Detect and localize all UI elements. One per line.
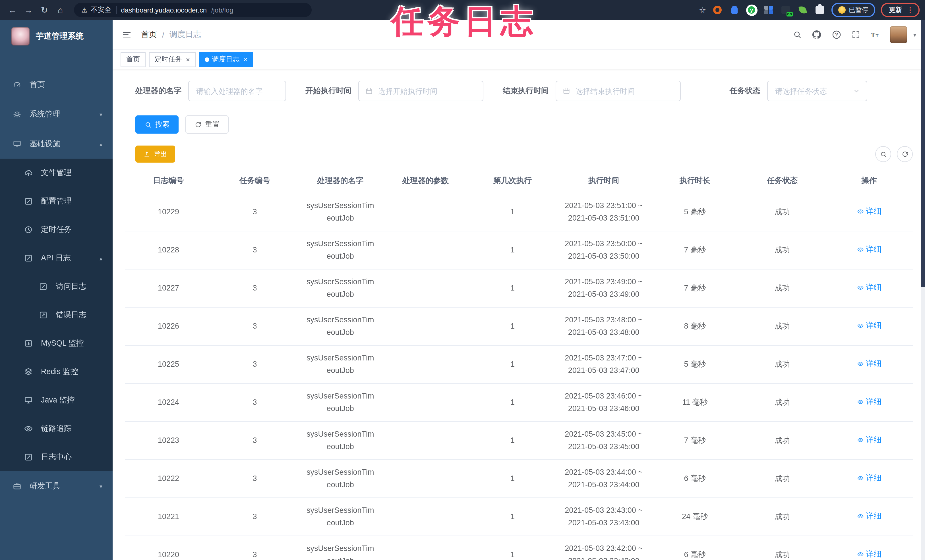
- sidebar-item-config-management[interactable]: 配置管理: [0, 187, 113, 215]
- scrollbar-thumb[interactable]: [921, 20, 925, 287]
- detail-link[interactable]: 详细: [857, 396, 881, 408]
- cell-handler: sysUserSessionTimeoutJob: [298, 307, 383, 345]
- start-time-input[interactable]: [377, 86, 476, 96]
- eye-icon: [857, 399, 863, 405]
- sidebar-item-error-logs[interactable]: 错误日志: [0, 301, 113, 329]
- security-badge[interactable]: ⚠ 不安全: [81, 5, 111, 15]
- sidebar-item-home[interactable]: 首页: [0, 70, 113, 99]
- app-window: 芋道管理系统 首页系统管理▾基础设施▴文件管理配置管理定时任务API 日志▴访问…: [0, 20, 925, 560]
- cell-exec-time: 2021-05-03 23:43:00 ~2021-05-03 23:43:00: [557, 498, 651, 536]
- end-time-input[interactable]: [574, 86, 674, 96]
- cell-status: 成功: [739, 384, 825, 422]
- cell-log-id: 10225: [125, 345, 212, 384]
- sidebar-item-system-management[interactable]: 系统管理▾: [0, 99, 113, 129]
- sidebar-item-tracing[interactable]: 链路追踪: [0, 414, 113, 443]
- eye-icon: [857, 437, 863, 443]
- hamburger-icon[interactable]: [122, 30, 132, 40]
- table-row: 102253sysUserSessionTimeoutJob12021-05-0…: [125, 345, 913, 384]
- sidebar-item-label: 定时任务: [41, 224, 72, 235]
- chevron-down-icon[interactable]: ▾: [913, 32, 916, 38]
- breadcrumb-separator: /: [162, 30, 164, 39]
- detail-link[interactable]: 详细: [857, 282, 881, 294]
- sidebar-item-java-monitor[interactable]: Java 监控: [0, 386, 113, 414]
- column-header: 执行时长: [650, 168, 739, 193]
- cell-handler: sysUserSessionTimeoutJob: [298, 345, 383, 384]
- user-avatar[interactable]: [890, 26, 907, 43]
- sidebar-item-mysql-monitor[interactable]: MySQL 监控: [0, 329, 113, 358]
- close-icon[interactable]: ×: [243, 56, 247, 63]
- paused-badge[interactable]: 已暂停: [831, 3, 875, 17]
- detail-link[interactable]: 详细: [857, 243, 881, 256]
- detail-link[interactable]: 详细: [857, 205, 881, 218]
- bulb-extension-icon[interactable]: [729, 4, 740, 16]
- sidebar-item-access-logs[interactable]: 访问日志: [0, 272, 113, 301]
- cell-param: [383, 345, 469, 384]
- detail-link[interactable]: 详细: [857, 358, 881, 370]
- url-host: dashboard.yudao.iocoder.cn: [121, 6, 207, 14]
- tab-job-log[interactable]: 调度日志×: [199, 52, 253, 67]
- cell-param: [383, 307, 469, 345]
- sidebar-item-label: 错误日志: [56, 310, 86, 320]
- close-icon[interactable]: ×: [186, 56, 190, 63]
- cell-param: [383, 460, 469, 498]
- reset-button[interactable]: 重置: [185, 115, 229, 134]
- cell-job-id: 3: [212, 307, 298, 345]
- sidebar-item-redis-monitor[interactable]: Redis 监控: [0, 358, 113, 386]
- refresh-table-button[interactable]: [897, 146, 913, 162]
- grid-extension-icon[interactable]: [763, 4, 774, 16]
- cell-log-id: 10222: [125, 460, 212, 498]
- cell-exec-time: 2021-05-03 23:42:00 ~2021-05-03 23:42:00: [557, 536, 651, 560]
- forward-button[interactable]: →: [22, 3, 35, 17]
- fullscreen-icon[interactable]: [851, 30, 860, 39]
- detail-link[interactable]: 详细: [857, 548, 881, 560]
- eye-icon: [857, 551, 863, 558]
- export-button[interactable]: 导出: [136, 146, 175, 163]
- on-extension-icon[interactable]: on: [780, 4, 791, 16]
- reload-button[interactable]: ↻: [38, 3, 51, 17]
- column-header: 第几次执行: [468, 168, 557, 193]
- gear-icon: [12, 110, 22, 119]
- help-icon[interactable]: [832, 30, 842, 40]
- detail-link[interactable]: 详细: [857, 472, 881, 485]
- sidebar-item-infrastructure[interactable]: 基础设施▴: [0, 129, 113, 159]
- editsq-icon: [39, 282, 48, 291]
- sidebar-item-file-management[interactable]: 文件管理: [0, 159, 113, 187]
- back-button[interactable]: ←: [6, 3, 20, 17]
- github-icon[interactable]: [812, 30, 822, 40]
- blue-bulb-icon: [731, 6, 738, 14]
- sidebar-item-api-logs[interactable]: API 日志▴: [0, 244, 113, 272]
- leaf-extension-icon[interactable]: [797, 4, 808, 16]
- cell-status: 成功: [739, 498, 825, 536]
- search-button[interactable]: 搜索: [136, 115, 179, 134]
- font-size-icon[interactable]: [870, 30, 880, 40]
- url-bar[interactable]: ⚠ 不安全 dashboard.yudao.iocoder.cn/job/log: [74, 3, 312, 17]
- adblocker-extension-icon[interactable]: [712, 4, 723, 16]
- show-search-button[interactable]: [875, 146, 891, 162]
- detail-link[interactable]: 详细: [857, 434, 881, 447]
- logo-row[interactable]: 芋道管理系统: [0, 20, 113, 53]
- sidebar-item-scheduled-tasks[interactable]: 定时任务: [0, 215, 113, 244]
- handler-input[interactable]: [195, 86, 279, 96]
- menu-kebab-icon[interactable]: ⋮: [907, 6, 914, 14]
- tab-label: 定时任务: [155, 54, 182, 64]
- tab-home[interactable]: 首页: [121, 52, 146, 67]
- home-button[interactable]: ⌂: [53, 3, 67, 17]
- detail-link[interactable]: 详细: [857, 510, 881, 523]
- extensions-puzzle-icon[interactable]: [814, 4, 826, 16]
- sidebar-item-dev-tools[interactable]: 研发工具▾: [0, 471, 113, 501]
- sidebar-item-log-center[interactable]: 日志中心: [0, 443, 113, 471]
- y-extension-icon[interactable]: y: [746, 4, 757, 16]
- sidebar-item-label: 配置管理: [41, 196, 72, 206]
- divider: [116, 6, 117, 14]
- status-select-input[interactable]: [774, 86, 848, 96]
- handler-label: 处理器的名字: [136, 86, 181, 96]
- sidebar-item-label: 系统管理: [30, 109, 60, 119]
- status-select[interactable]: [767, 81, 867, 101]
- search-icon[interactable]: [793, 30, 802, 39]
- breadcrumb-home[interactable]: 首页: [141, 30, 157, 40]
- tab-scheduled-tasks[interactable]: 定时任务×: [149, 52, 196, 67]
- update-button[interactable]: 更新 ⋮: [881, 3, 920, 17]
- detail-link[interactable]: 详细: [857, 319, 881, 332]
- bookmark-star-icon[interactable]: ☆: [699, 5, 706, 15]
- browser-actions: ☆ y on 已暂停 更新 ⋮: [699, 3, 920, 17]
